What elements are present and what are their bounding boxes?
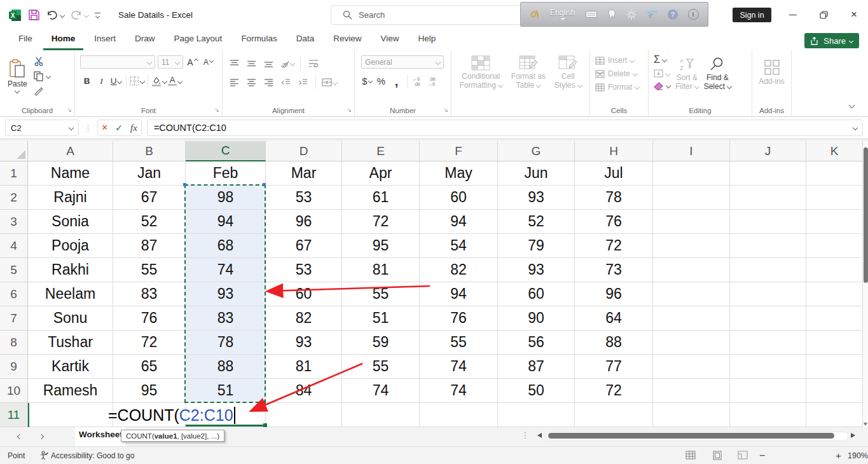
row-header-5[interactable]: 5 [0,258,28,282]
cell-E7[interactable]: 51 [342,306,420,331]
prev-sheet-icon[interactable] [17,434,22,439]
cell-A5[interactable]: Rakhi [28,258,113,282]
cell-K5[interactable] [806,258,863,282]
script-letter-icon[interactable] [530,9,540,20]
percent-style-button[interactable]: % [375,74,388,88]
borders-dropdown-icon[interactable] [140,78,145,83]
tab-data[interactable]: Data [288,34,323,50]
sign-in-button[interactable]: Sign in [733,8,771,22]
cell-K7[interactable] [806,306,863,331]
top-align-button[interactable] [228,57,241,70]
cell-D4[interactable]: 67 [266,234,342,258]
tab-help[interactable]: Help [410,34,444,50]
alignment-dialog-launcher[interactable]: ↘ [347,107,352,113]
close-button[interactable]: × [844,6,864,23]
tab-draw[interactable]: Draw [127,34,163,50]
zoom-out-button[interactable]: − [759,450,765,461]
cell-A10[interactable]: Ramesh [28,379,113,403]
cell-J9[interactable] [730,355,806,379]
cell-B1[interactable]: Jan [113,161,186,186]
sheet-tab-worksheet[interactable]: Worksheet [75,427,125,449]
cell-K8[interactable] [806,331,863,355]
cell-F9[interactable]: 74 [420,355,498,379]
zoom-level[interactable]: 190% [848,451,868,460]
middle-align-button[interactable] [245,57,258,70]
normal-view-icon[interactable] [685,451,696,460]
cell-D5[interactable]: 53 [266,258,342,282]
cell-K2[interactable] [806,186,863,210]
tab-home[interactable]: Home [43,34,84,50]
cell-F4[interactable]: 54 [420,234,498,258]
enter-icon[interactable]: ✓ [115,123,123,133]
accounting-dropdown-icon[interactable] [368,79,373,83]
horizontal-scrollbar-thumb[interactable] [548,433,834,439]
cell-H11[interactable] [575,403,653,427]
cell-H2[interactable]: 78 [575,186,653,210]
column-header-I[interactable]: I [653,141,730,161]
keyboard-icon[interactable] [586,11,597,18]
vertical-scrollbar-thumb[interactable] [864,147,868,283]
cell-H4[interactable]: 72 [575,234,653,258]
cell-E11[interactable] [342,403,420,427]
underline-button[interactable]: U [109,74,123,88]
cell-D9[interactable]: 81 [266,355,342,379]
cell-E8[interactable]: 59 [342,331,420,355]
cell-C8[interactable]: 78 [186,331,266,355]
column-header-G[interactable]: G [498,141,575,161]
cell-J6[interactable] [730,282,806,306]
accounting-format-button[interactable]: $ [361,74,373,88]
cell-G8[interactable]: 56 [498,331,575,355]
cell-E2[interactable]: 61 [342,186,420,210]
borders-button[interactable] [130,74,144,88]
orientation-button[interactable]: ab [279,57,294,70]
cell-B2[interactable]: 67 [113,186,186,210]
column-header-E[interactable]: E [342,141,420,161]
expand-formula-bar-icon[interactable] [853,125,858,130]
column-header-D[interactable]: D [266,141,342,161]
cell-K4[interactable] [806,234,863,258]
cell-E9[interactable]: 55 [342,355,420,379]
cell-K10[interactable] [806,379,863,403]
cell-H9[interactable]: 77 [575,355,653,379]
cell-G4[interactable]: 79 [498,234,575,258]
cell-E1[interactable]: Apr [342,161,420,186]
cell-I7[interactable] [653,306,730,331]
cell-H8[interactable]: 88 [575,331,653,355]
cell-A4[interactable]: Pooja [28,234,113,258]
internet-explorer-icon[interactable]: e [647,10,658,20]
settings-gear-icon[interactable] [626,10,637,20]
row-header-3[interactable]: 3 [0,210,28,234]
clipboard-dialog-launcher[interactable]: ↘ [67,107,72,113]
copy-dropdown-icon[interactable] [45,74,50,79]
row-header-9[interactable]: 9 [0,355,28,379]
paste-dropdown-icon[interactable] [15,88,20,93]
cell-C2[interactable]: 98 [186,186,266,210]
cell-J1[interactable] [730,161,806,186]
row-header-6[interactable]: 6 [0,282,28,306]
save-button[interactable] [28,9,40,21]
cell-G11[interactable] [498,403,575,427]
cell-J4[interactable] [730,234,806,258]
cell-B9[interactable]: 65 [113,355,186,379]
decrease-indent-button[interactable] [279,76,293,89]
row-header-2[interactable]: 2 [0,186,28,210]
cell-E4[interactable]: 95 [342,234,420,258]
cell-I8[interactable] [653,331,730,355]
cell-D7[interactable]: 82 [266,306,342,331]
fill-color-dropdown-icon[interactable] [162,78,167,83]
cell-B4[interactable]: 87 [113,234,186,258]
column-header-K[interactable]: K [806,141,863,161]
cell-D3[interactable]: 96 [266,210,342,234]
cell-G10[interactable]: 50 [498,379,575,403]
decrease-decimal-button[interactable]: .00→0 [427,74,440,88]
cell-K6[interactable] [806,282,863,306]
hscroll-right-icon[interactable] [851,433,855,438]
row-header-11[interactable]: 11 [0,403,28,427]
collapse-ribbon-icon[interactable] [849,102,855,109]
font-color-dropdown-icon[interactable] [177,78,183,83]
cell-G3[interactable]: 52 [498,210,575,234]
cell-I11[interactable] [653,403,730,427]
cell-E6[interactable]: 55 [342,282,420,306]
fill-color-button[interactable] [151,74,167,88]
italic-button[interactable]: I [95,74,108,88]
